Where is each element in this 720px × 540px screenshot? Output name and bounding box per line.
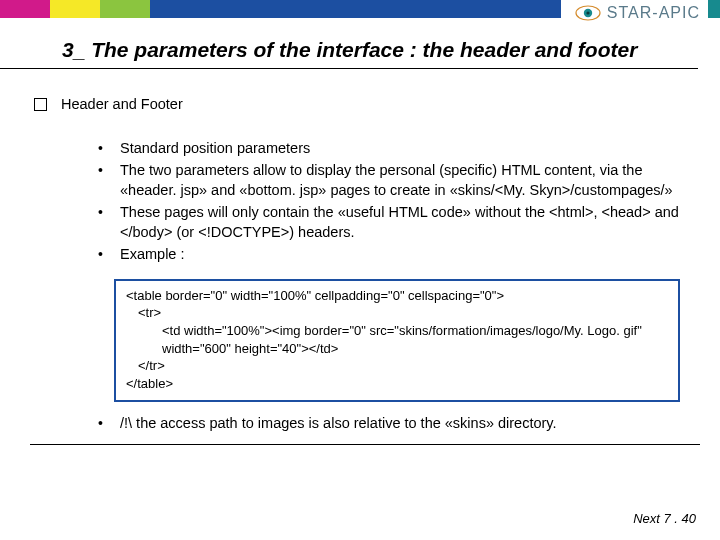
list-item: The two parameters allow to display the … [94, 161, 690, 200]
brand-logo: STAR-APIC [561, 0, 708, 26]
code-line: </table> [126, 375, 668, 393]
svg-point-2 [586, 11, 589, 14]
list-item: Standard position parameters [94, 139, 690, 159]
section-heading: Header and Footer [61, 95, 183, 115]
stripe-segment [150, 0, 570, 18]
code-example-box: <table border="0" width="100%" cellpaddi… [114, 279, 680, 402]
bullet-text: Example : [120, 246, 184, 262]
section-heading-row: Header and Footer [34, 95, 690, 115]
stripe-segment [0, 0, 50, 18]
bullet-list: /!\ the access path to images is also re… [34, 414, 690, 434]
bullet-text: Standard position parameters [120, 140, 310, 156]
bullet-text: The two parameters allow to display the … [120, 162, 673, 198]
bullet-text: /!\ the access path to images is also re… [120, 415, 557, 431]
code-line: </tr> [126, 357, 668, 375]
bullet-text: These pages will only contain the «usefu… [120, 204, 679, 240]
eye-icon [575, 4, 601, 22]
checkbox-bullet-icon [34, 98, 47, 111]
code-line: <tr> [126, 304, 668, 322]
code-line: <td width="100%"><img border="0" src="sk… [126, 322, 668, 357]
stripe-segment [50, 0, 100, 18]
list-item: Example : [94, 245, 690, 265]
code-line: <table border="0" width="100%" cellpaddi… [126, 287, 668, 305]
list-item: These pages will only contain the «usefu… [94, 203, 690, 242]
bullet-list: Standard position parameters The two par… [34, 139, 690, 265]
divider [30, 444, 700, 445]
brand-name: STAR-APIC [607, 4, 700, 22]
stripe-segment [100, 0, 150, 18]
list-item: /!\ the access path to images is also re… [94, 414, 690, 434]
slide-content: Header and Footer Standard position para… [0, 69, 720, 434]
page-title: 3_ The parameters of the interface : the… [0, 22, 698, 69]
page-footer: Next 7 . 40 [633, 511, 696, 526]
